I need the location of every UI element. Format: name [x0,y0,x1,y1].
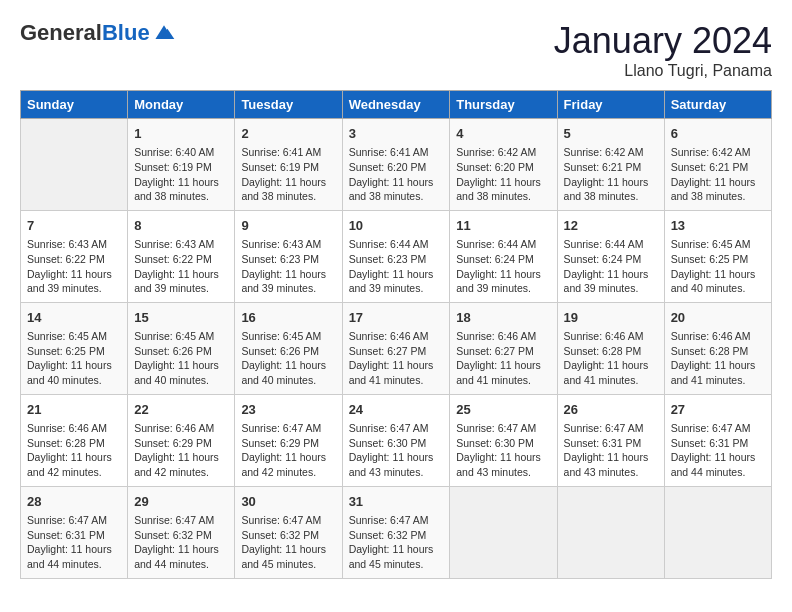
day-info: Sunrise: 6:44 AM Sunset: 6:24 PM Dayligh… [564,237,658,296]
calendar-cell: 18Sunrise: 6:46 AM Sunset: 6:27 PM Dayli… [450,302,557,394]
calendar-cell: 29Sunrise: 6:47 AM Sunset: 6:32 PM Dayli… [128,486,235,578]
day-info: Sunrise: 6:47 AM Sunset: 6:32 PM Dayligh… [241,513,335,572]
calendar-cell: 8Sunrise: 6:43 AM Sunset: 6:22 PM Daylig… [128,210,235,302]
calendar-cell: 23Sunrise: 6:47 AM Sunset: 6:29 PM Dayli… [235,394,342,486]
day-info: Sunrise: 6:46 AM Sunset: 6:29 PM Dayligh… [134,421,228,480]
day-info: Sunrise: 6:43 AM Sunset: 6:22 PM Dayligh… [27,237,121,296]
calendar-cell: 27Sunrise: 6:47 AM Sunset: 6:31 PM Dayli… [664,394,771,486]
calendar-header-row: SundayMondayTuesdayWednesdayThursdayFrid… [21,91,772,119]
day-info: Sunrise: 6:46 AM Sunset: 6:28 PM Dayligh… [671,329,765,388]
day-info: Sunrise: 6:47 AM Sunset: 6:29 PM Dayligh… [241,421,335,480]
day-info: Sunrise: 6:45 AM Sunset: 6:26 PM Dayligh… [241,329,335,388]
day-header-sunday: Sunday [21,91,128,119]
day-info: Sunrise: 6:44 AM Sunset: 6:23 PM Dayligh… [349,237,444,296]
day-number: 23 [241,401,335,419]
day-number: 21 [27,401,121,419]
calendar-cell: 22Sunrise: 6:46 AM Sunset: 6:29 PM Dayli… [128,394,235,486]
calendar-cell: 11Sunrise: 6:44 AM Sunset: 6:24 PM Dayli… [450,210,557,302]
day-number: 20 [671,309,765,327]
title-block: January 2024 Llano Tugri, Panama [554,20,772,80]
day-info: Sunrise: 6:46 AM Sunset: 6:27 PM Dayligh… [349,329,444,388]
calendar-cell: 17Sunrise: 6:46 AM Sunset: 6:27 PM Dayli… [342,302,450,394]
day-info: Sunrise: 6:47 AM Sunset: 6:31 PM Dayligh… [564,421,658,480]
calendar-cell: 2Sunrise: 6:41 AM Sunset: 6:19 PM Daylig… [235,119,342,211]
day-number: 24 [349,401,444,419]
day-number: 10 [349,217,444,235]
day-number: 6 [671,125,765,143]
calendar-cell: 5Sunrise: 6:42 AM Sunset: 6:21 PM Daylig… [557,119,664,211]
calendar-cell: 20Sunrise: 6:46 AM Sunset: 6:28 PM Dayli… [664,302,771,394]
day-number: 3 [349,125,444,143]
day-info: Sunrise: 6:42 AM Sunset: 6:21 PM Dayligh… [671,145,765,204]
day-number: 27 [671,401,765,419]
day-number: 9 [241,217,335,235]
day-info: Sunrise: 6:46 AM Sunset: 6:28 PM Dayligh… [564,329,658,388]
day-number: 11 [456,217,550,235]
day-info: Sunrise: 6:46 AM Sunset: 6:27 PM Dayligh… [456,329,550,388]
logo-icon [152,23,176,43]
day-header-saturday: Saturday [664,91,771,119]
day-info: Sunrise: 6:47 AM Sunset: 6:30 PM Dayligh… [349,421,444,480]
day-header-wednesday: Wednesday [342,91,450,119]
calendar-cell: 13Sunrise: 6:45 AM Sunset: 6:25 PM Dayli… [664,210,771,302]
day-header-tuesday: Tuesday [235,91,342,119]
calendar-cell: 6Sunrise: 6:42 AM Sunset: 6:21 PM Daylig… [664,119,771,211]
calendar-cell [664,486,771,578]
calendar-cell: 15Sunrise: 6:45 AM Sunset: 6:26 PM Dayli… [128,302,235,394]
day-info: Sunrise: 6:47 AM Sunset: 6:32 PM Dayligh… [134,513,228,572]
day-number: 26 [564,401,658,419]
day-number: 28 [27,493,121,511]
day-header-monday: Monday [128,91,235,119]
day-number: 2 [241,125,335,143]
day-number: 1 [134,125,228,143]
logo-general-text: General [20,20,102,46]
day-info: Sunrise: 6:47 AM Sunset: 6:31 PM Dayligh… [27,513,121,572]
calendar-cell [450,486,557,578]
day-number: 15 [134,309,228,327]
day-info: Sunrise: 6:45 AM Sunset: 6:25 PM Dayligh… [671,237,765,296]
day-info: Sunrise: 6:45 AM Sunset: 6:26 PM Dayligh… [134,329,228,388]
day-number: 25 [456,401,550,419]
day-number: 16 [241,309,335,327]
calendar-week-row: 7Sunrise: 6:43 AM Sunset: 6:22 PM Daylig… [21,210,772,302]
calendar-week-row: 21Sunrise: 6:46 AM Sunset: 6:28 PM Dayli… [21,394,772,486]
calendar-week-row: 14Sunrise: 6:45 AM Sunset: 6:25 PM Dayli… [21,302,772,394]
day-info: Sunrise: 6:43 AM Sunset: 6:22 PM Dayligh… [134,237,228,296]
day-header-friday: Friday [557,91,664,119]
month-title: January 2024 [554,20,772,62]
day-info: Sunrise: 6:40 AM Sunset: 6:19 PM Dayligh… [134,145,228,204]
day-info: Sunrise: 6:47 AM Sunset: 6:30 PM Dayligh… [456,421,550,480]
calendar-cell: 7Sunrise: 6:43 AM Sunset: 6:22 PM Daylig… [21,210,128,302]
day-number: 30 [241,493,335,511]
day-info: Sunrise: 6:41 AM Sunset: 6:20 PM Dayligh… [349,145,444,204]
calendar-cell: 16Sunrise: 6:45 AM Sunset: 6:26 PM Dayli… [235,302,342,394]
day-info: Sunrise: 6:45 AM Sunset: 6:25 PM Dayligh… [27,329,121,388]
day-number: 7 [27,217,121,235]
calendar-cell [21,119,128,211]
day-info: Sunrise: 6:42 AM Sunset: 6:20 PM Dayligh… [456,145,550,204]
calendar-cell: 12Sunrise: 6:44 AM Sunset: 6:24 PM Dayli… [557,210,664,302]
calendar-cell: 26Sunrise: 6:47 AM Sunset: 6:31 PM Dayli… [557,394,664,486]
calendar-cell [557,486,664,578]
day-info: Sunrise: 6:44 AM Sunset: 6:24 PM Dayligh… [456,237,550,296]
calendar-cell: 1Sunrise: 6:40 AM Sunset: 6:19 PM Daylig… [128,119,235,211]
day-number: 22 [134,401,228,419]
calendar-table: SundayMondayTuesdayWednesdayThursdayFrid… [20,90,772,579]
day-info: Sunrise: 6:43 AM Sunset: 6:23 PM Dayligh… [241,237,335,296]
calendar-cell: 21Sunrise: 6:46 AM Sunset: 6:28 PM Dayli… [21,394,128,486]
day-number: 19 [564,309,658,327]
day-number: 17 [349,309,444,327]
calendar-cell: 30Sunrise: 6:47 AM Sunset: 6:32 PM Dayli… [235,486,342,578]
calendar-cell: 10Sunrise: 6:44 AM Sunset: 6:23 PM Dayli… [342,210,450,302]
day-number: 13 [671,217,765,235]
location-subtitle: Llano Tugri, Panama [554,62,772,80]
page-header: GeneralBlue January 2024 Llano Tugri, Pa… [20,20,772,80]
calendar-week-row: 1Sunrise: 6:40 AM Sunset: 6:19 PM Daylig… [21,119,772,211]
day-info: Sunrise: 6:46 AM Sunset: 6:28 PM Dayligh… [27,421,121,480]
calendar-cell: 31Sunrise: 6:47 AM Sunset: 6:32 PM Dayli… [342,486,450,578]
calendar-week-row: 28Sunrise: 6:47 AM Sunset: 6:31 PM Dayli… [21,486,772,578]
day-header-thursday: Thursday [450,91,557,119]
calendar-cell: 3Sunrise: 6:41 AM Sunset: 6:20 PM Daylig… [342,119,450,211]
day-number: 31 [349,493,444,511]
day-info: Sunrise: 6:47 AM Sunset: 6:32 PM Dayligh… [349,513,444,572]
